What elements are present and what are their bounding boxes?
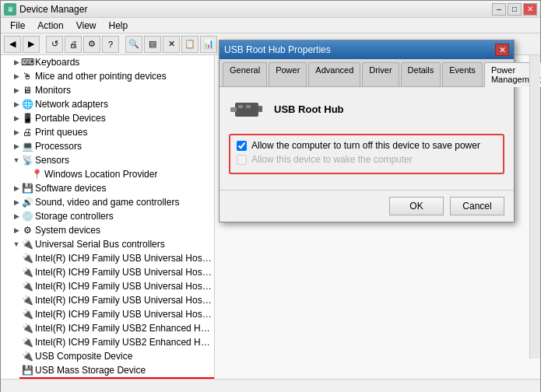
tree-item-usb-4[interactable]: 🔌 Intel(R) ICH9 Family USB Universal Hos… bbox=[19, 293, 214, 307]
tab-advanced[interactable]: Advanced bbox=[308, 62, 360, 86]
checkbox-row-2: Allow this device to wake the computer bbox=[237, 154, 497, 165]
tab-driver[interactable]: Driver bbox=[362, 62, 399, 86]
tree-item-location[interactable]: 📍 Windows Location Provider bbox=[19, 167, 214, 181]
tree-item-usb-1[interactable]: 🔌 Intel(R) ICH9 Family USB Universal Hos… bbox=[19, 251, 214, 265]
keyboard-icon: ⌨ bbox=[21, 57, 33, 68]
resources-button[interactable]: 📊 bbox=[200, 36, 217, 53]
refresh-button[interactable]: ↺ bbox=[46, 36, 63, 53]
close-button[interactable]: ✕ bbox=[523, 3, 537, 16]
menu-view[interactable]: View bbox=[70, 19, 103, 33]
uninstall-button[interactable]: ✕ bbox=[163, 36, 180, 53]
svg-rect-3 bbox=[238, 105, 243, 108]
tree-label: Intel(R) ICH9 Family USB Universal Host … bbox=[35, 295, 213, 306]
menu-action[interactable]: Action bbox=[31, 19, 69, 33]
tree-item-sound[interactable]: ▶ 🔊 Sound, video and game controllers bbox=[10, 195, 214, 209]
menu-file[interactable]: File bbox=[4, 19, 31, 33]
tab-events[interactable]: Events bbox=[442, 62, 483, 86]
ok-button[interactable]: OK bbox=[389, 197, 444, 215]
tree-item-usb-composite[interactable]: 🔌 USB Composite Device bbox=[19, 349, 214, 363]
tree-item-usb-3[interactable]: 🔌 Intel(R) ICH9 Family USB Universal Hos… bbox=[19, 279, 214, 293]
tree-label: Windows Location Provider bbox=[44, 169, 157, 180]
minimize-button[interactable]: – bbox=[492, 3, 506, 16]
help-icon[interactable]: ? bbox=[102, 36, 119, 53]
tree-item-portable[interactable]: ▶ 📱 Portable Devices bbox=[10, 111, 214, 125]
tree-item-software[interactable]: ▶ 💾 Software devices bbox=[10, 181, 214, 195]
allow-turnoff-label: Allow the computer to turn off this devi… bbox=[251, 140, 480, 151]
tree-label: Sensors bbox=[35, 155, 69, 166]
tree-item-mice[interactable]: ▶ 🖱 Mice and other pointing devices bbox=[10, 69, 214, 83]
tree-label: Intel(R) ICH9 Family USB2 Enhanced Host … bbox=[35, 323, 213, 334]
arrow-icon: ▶ bbox=[12, 86, 21, 95]
allow-turnoff-checkbox[interactable] bbox=[237, 141, 247, 151]
tree-label: Monitors bbox=[35, 85, 71, 96]
driver-button[interactable]: ▤ bbox=[144, 36, 161, 53]
svg-rect-4 bbox=[246, 105, 251, 108]
device-name-label: USB Root Hub bbox=[274, 103, 344, 115]
cancel-button[interactable]: Cancel bbox=[450, 197, 504, 215]
usb-icon: 🔌 bbox=[21, 281, 33, 292]
tree-label: Intel(R) ICH9 Family USB Universal Host … bbox=[35, 281, 213, 292]
menu-bar: File Action View Help bbox=[1, 18, 540, 33]
tree-item-storage[interactable]: ▶ 💿 Storage controllers bbox=[10, 209, 214, 223]
location-icon: 📍 bbox=[30, 169, 43, 180]
tree-label: USB Mass Storage Device bbox=[35, 365, 146, 376]
usb-icon: 🔌 bbox=[21, 253, 33, 264]
arrow-icon: ▶ bbox=[12, 142, 21, 151]
svg-rect-2 bbox=[258, 106, 262, 112]
scan-button[interactable]: 🔍 bbox=[125, 36, 142, 53]
tree-item-usb-mass-storage[interactable]: 💾 USB Mass Storage Device bbox=[19, 363, 214, 377]
dialog-content-area: USB Root Hub Allow the computer to turn … bbox=[220, 87, 514, 190]
tree-label: Network adapters bbox=[35, 99, 108, 110]
tree-label: Universal Serial Bus controllers bbox=[35, 239, 165, 250]
forward-button[interactable]: ▶ bbox=[23, 36, 40, 53]
device-header: USB Root Hub bbox=[229, 96, 504, 121]
device-icon bbox=[229, 96, 266, 121]
tree-item-usb[interactable]: ▼ 🔌 Universal Serial Bus controllers bbox=[10, 237, 214, 251]
tree-item-usb-5[interactable]: 🔌 Intel(R) ICH9 Family USB Universal Hos… bbox=[19, 307, 214, 321]
arrow-icon bbox=[21, 170, 30, 179]
tree-item-keyboards[interactable]: ▶ ⌨ Keyboards bbox=[10, 55, 214, 69]
mouse-icon: 🖱 bbox=[21, 71, 33, 82]
tree-item-sensors[interactable]: ▼ 📡 Sensors bbox=[10, 153, 214, 167]
back-button[interactable]: ◀ bbox=[4, 36, 21, 53]
arrow-icon: ▶ bbox=[12, 198, 21, 207]
main-window: 🖥 Device Manager – □ ✕ File Action View … bbox=[0, 0, 541, 392]
portable-icon: 📱 bbox=[21, 113, 33, 124]
maximize-button[interactable]: □ bbox=[508, 3, 522, 16]
window-controls: – □ ✕ bbox=[492, 3, 537, 16]
tree-item-usb-7[interactable]: 🔌 Intel(R) ICH9 Family USB2 Enhanced Hos… bbox=[19, 335, 214, 349]
dialog-close-button[interactable]: ✕ bbox=[495, 44, 509, 56]
status-bar bbox=[1, 379, 540, 392]
allow-wakeup-label: Allow this device to wake the computer bbox=[251, 154, 413, 165]
usb-icon: 🔌 bbox=[21, 295, 33, 306]
arrow-icon: ▶ bbox=[12, 184, 21, 193]
tree-item-print[interactable]: ▶ 🖨 Print queues bbox=[10, 125, 214, 139]
tab-power[interactable]: Power bbox=[269, 62, 307, 86]
tree-item-network[interactable]: ▶ 🌐 Network adapters bbox=[10, 97, 214, 111]
tree-item-usb-6[interactable]: 🔌 Intel(R) ICH9 Family USB2 Enhanced Hos… bbox=[19, 321, 214, 335]
tree-item-usb-2[interactable]: 🔌 Intel(R) ICH9 Family USB Universal Hos… bbox=[19, 265, 214, 279]
arrow-icon: ▶ bbox=[12, 72, 21, 81]
tab-general[interactable]: General bbox=[223, 62, 267, 86]
scrollbar[interactable] bbox=[529, 55, 540, 359]
tab-details[interactable]: Details bbox=[401, 62, 441, 86]
tree-label: Intel(R) ICH9 Family USB Universal Host … bbox=[35, 267, 213, 278]
tree-item-system[interactable]: ▶ ⚙ System devices bbox=[10, 223, 214, 237]
properties-button[interactable]: ⚙ bbox=[83, 36, 100, 53]
tree-item-usb-root-hub[interactable]: 🔌 USB Root Hub bbox=[19, 377, 214, 379]
tree-label: System devices bbox=[35, 225, 100, 236]
tree-item-monitors[interactable]: ▶ 🖥 Monitors bbox=[10, 83, 214, 97]
allow-wakeup-checkbox[interactable] bbox=[237, 155, 247, 165]
tree-item-processors[interactable]: ▶ 💻 Processors bbox=[10, 139, 214, 153]
tree-label: Intel(R) ICH9 Family USB2 Enhanced Host … bbox=[35, 337, 213, 348]
menu-help[interactable]: Help bbox=[103, 19, 135, 33]
tree-label: Portable Devices bbox=[35, 113, 106, 124]
print-button[interactable]: 🖨 bbox=[65, 36, 82, 53]
device-button[interactable]: 📋 bbox=[181, 36, 198, 53]
dialog-title-bar: USB Root Hub Properties ✕ bbox=[220, 40, 514, 59]
usb-icon: 🔌 bbox=[21, 351, 33, 362]
app-icon: 🖥 bbox=[4, 3, 16, 16]
dialog-title: USB Root Hub Properties bbox=[224, 44, 331, 55]
arrow-icon: ▼ bbox=[12, 156, 21, 165]
tree-label: Mice and other pointing devices bbox=[35, 71, 167, 82]
